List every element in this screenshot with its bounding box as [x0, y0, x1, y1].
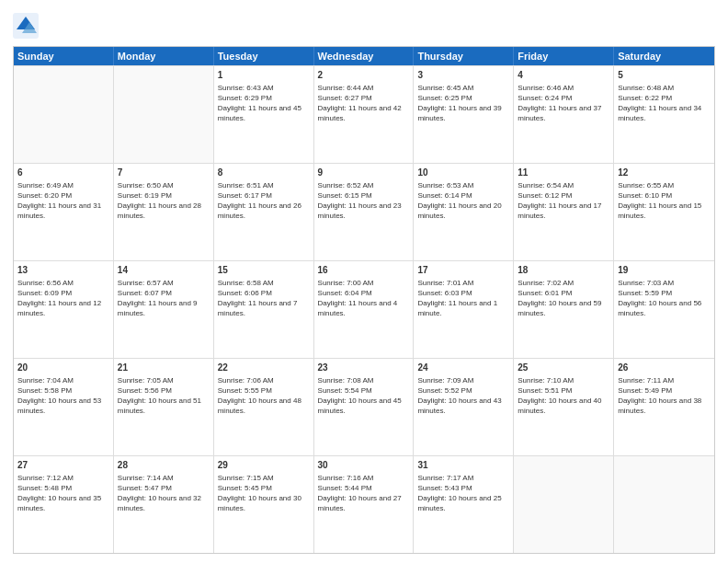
- day-number: 22: [218, 362, 310, 374]
- day-info: Sunrise: 7:09 AM Sunset: 5:52 PM Dayligh…: [417, 375, 509, 417]
- header: [13, 9, 715, 39]
- day-info: Sunrise: 7:12 AM Sunset: 5:48 PM Dayligh…: [17, 473, 109, 514]
- day-number: 27: [17, 459, 109, 472]
- day-info: Sunrise: 6:52 AM Sunset: 6:15 PM Dayligh…: [318, 180, 410, 222]
- cal-cell-17: 17Sunrise: 7:01 AM Sunset: 6:03 PM Dayli…: [414, 261, 514, 358]
- header-day-friday: Friday: [514, 47, 614, 65]
- day-info: Sunrise: 7:04 AM Sunset: 5:58 PM Dayligh…: [17, 375, 109, 417]
- day-number: 23: [318, 362, 410, 374]
- day-number: 14: [118, 264, 210, 277]
- day-number: 2: [318, 69, 410, 82]
- cal-cell-empty-0-0: [14, 66, 114, 163]
- cal-cell-28: 28Sunrise: 7:14 AM Sunset: 5:47 PM Dayli…: [114, 456, 214, 553]
- day-number: 8: [218, 167, 310, 179]
- cal-cell-18: 18Sunrise: 7:02 AM Sunset: 6:01 PM Dayli…: [514, 261, 614, 358]
- cal-cell-27: 27Sunrise: 7:12 AM Sunset: 5:48 PM Dayli…: [14, 456, 114, 553]
- day-info: Sunrise: 7:01 AM Sunset: 6:03 PM Dayligh…: [417, 278, 509, 319]
- cal-cell-14: 14Sunrise: 6:57 AM Sunset: 6:07 PM Dayli…: [114, 261, 214, 358]
- cal-cell-29: 29Sunrise: 7:15 AM Sunset: 5:45 PM Dayli…: [214, 456, 314, 553]
- cal-cell-20: 20Sunrise: 7:04 AM Sunset: 5:58 PM Dayli…: [14, 359, 114, 455]
- day-info: Sunrise: 7:17 AM Sunset: 5:43 PM Dayligh…: [417, 473, 509, 514]
- day-info: Sunrise: 7:15 AM Sunset: 5:45 PM Dayligh…: [218, 473, 310, 514]
- day-info: Sunrise: 6:51 AM Sunset: 6:17 PM Dayligh…: [218, 180, 310, 222]
- cal-cell-10: 10Sunrise: 6:53 AM Sunset: 6:14 PM Dayli…: [414, 164, 514, 260]
- day-info: Sunrise: 6:53 AM Sunset: 6:14 PM Dayligh…: [417, 180, 509, 222]
- cal-cell-25: 25Sunrise: 7:10 AM Sunset: 5:51 PM Dayli…: [514, 359, 614, 455]
- cal-cell-21: 21Sunrise: 7:05 AM Sunset: 5:56 PM Dayli…: [114, 359, 214, 455]
- day-number: 28: [118, 459, 210, 472]
- day-number: 5: [618, 69, 711, 82]
- day-number: 10: [417, 167, 509, 179]
- calendar-row-3: 20Sunrise: 7:04 AM Sunset: 5:58 PM Dayli…: [14, 358, 714, 455]
- calendar-body: 1Sunrise: 6:43 AM Sunset: 6:29 PM Daylig…: [14, 65, 714, 553]
- day-number: 9: [318, 167, 410, 179]
- calendar-row-4: 27Sunrise: 7:12 AM Sunset: 5:48 PM Dayli…: [14, 455, 714, 553]
- day-number: 16: [318, 264, 410, 277]
- cal-cell-empty-4-5: [514, 456, 614, 553]
- cal-cell-2: 2Sunrise: 6:44 AM Sunset: 6:27 PM Daylig…: [314, 66, 415, 163]
- calendar-header: SundayMondayTuesdayWednesdayThursdayFrid…: [14, 47, 714, 65]
- cal-cell-7: 7Sunrise: 6:50 AM Sunset: 6:19 PM Daylig…: [114, 164, 214, 260]
- day-info: Sunrise: 7:03 AM Sunset: 5:59 PM Dayligh…: [618, 278, 711, 319]
- day-number: 24: [417, 362, 509, 374]
- day-info: Sunrise: 6:48 AM Sunset: 6:22 PM Dayligh…: [618, 83, 711, 124]
- day-number: 7: [118, 167, 210, 179]
- cal-cell-23: 23Sunrise: 7:08 AM Sunset: 5:54 PM Dayli…: [314, 359, 415, 455]
- header-day-sunday: Sunday: [14, 47, 114, 65]
- cal-cell-4: 4Sunrise: 6:46 AM Sunset: 6:24 PM Daylig…: [514, 66, 614, 163]
- day-info: Sunrise: 6:45 AM Sunset: 6:25 PM Dayligh…: [417, 83, 509, 124]
- day-info: Sunrise: 7:05 AM Sunset: 5:56 PM Dayligh…: [118, 375, 210, 417]
- cal-cell-11: 11Sunrise: 6:54 AM Sunset: 6:12 PM Dayli…: [514, 164, 614, 260]
- calendar: SundayMondayTuesdayWednesdayThursdayFrid…: [13, 46, 715, 554]
- logo-icon: [13, 13, 39, 39]
- day-info: Sunrise: 6:58 AM Sunset: 6:06 PM Dayligh…: [218, 278, 310, 319]
- header-day-saturday: Saturday: [614, 47, 714, 65]
- day-info: Sunrise: 6:54 AM Sunset: 6:12 PM Dayligh…: [518, 180, 609, 222]
- day-info: Sunrise: 6:46 AM Sunset: 6:24 PM Dayligh…: [518, 83, 609, 124]
- logo: [13, 13, 42, 39]
- cal-cell-16: 16Sunrise: 7:00 AM Sunset: 6:04 PM Dayli…: [314, 261, 415, 358]
- day-number: 15: [218, 264, 310, 277]
- day-info: Sunrise: 7:16 AM Sunset: 5:44 PM Dayligh…: [318, 473, 410, 514]
- cal-cell-12: 12Sunrise: 6:55 AM Sunset: 6:10 PM Dayli…: [614, 164, 714, 260]
- header-day-thursday: Thursday: [414, 47, 514, 65]
- cal-cell-30: 30Sunrise: 7:16 AM Sunset: 5:44 PM Dayli…: [314, 456, 415, 553]
- cal-cell-3: 3Sunrise: 6:45 AM Sunset: 6:25 PM Daylig…: [414, 66, 514, 163]
- day-number: 26: [618, 362, 711, 374]
- cal-cell-empty-0-1: [114, 66, 214, 163]
- day-number: 29: [218, 459, 310, 472]
- day-info: Sunrise: 6:55 AM Sunset: 6:10 PM Dayligh…: [618, 180, 711, 222]
- day-info: Sunrise: 6:49 AM Sunset: 6:20 PM Dayligh…: [17, 180, 109, 222]
- day-number: 6: [17, 167, 109, 179]
- cal-cell-8: 8Sunrise: 6:51 AM Sunset: 6:17 PM Daylig…: [214, 164, 314, 260]
- cal-cell-31: 31Sunrise: 7:17 AM Sunset: 5:43 PM Dayli…: [414, 456, 514, 553]
- cal-cell-1: 1Sunrise: 6:43 AM Sunset: 6:29 PM Daylig…: [214, 66, 314, 163]
- day-info: Sunrise: 6:50 AM Sunset: 6:19 PM Dayligh…: [118, 180, 210, 222]
- day-number: 20: [17, 362, 109, 374]
- day-info: Sunrise: 7:14 AM Sunset: 5:47 PM Dayligh…: [118, 473, 210, 514]
- header-day-monday: Monday: [114, 47, 214, 65]
- day-info: Sunrise: 7:02 AM Sunset: 6:01 PM Dayligh…: [518, 278, 609, 319]
- day-number: 30: [318, 459, 410, 472]
- day-info: Sunrise: 7:00 AM Sunset: 6:04 PM Dayligh…: [318, 278, 410, 319]
- day-info: Sunrise: 6:56 AM Sunset: 6:09 PM Dayligh…: [17, 278, 109, 319]
- header-day-wednesday: Wednesday: [314, 47, 415, 65]
- day-number: 31: [417, 459, 509, 472]
- day-info: Sunrise: 6:44 AM Sunset: 6:27 PM Dayligh…: [318, 83, 410, 124]
- calendar-row-1: 6Sunrise: 6:49 AM Sunset: 6:20 PM Daylig…: [14, 163, 714, 260]
- cal-cell-22: 22Sunrise: 7:06 AM Sunset: 5:55 PM Dayli…: [214, 359, 314, 455]
- cal-cell-13: 13Sunrise: 6:56 AM Sunset: 6:09 PM Dayli…: [14, 261, 114, 358]
- day-info: Sunrise: 7:06 AM Sunset: 5:55 PM Dayligh…: [218, 375, 310, 417]
- cal-cell-26: 26Sunrise: 7:11 AM Sunset: 5:49 PM Dayli…: [614, 359, 714, 455]
- day-number: 12: [618, 167, 711, 179]
- day-number: 4: [518, 69, 609, 82]
- cal-cell-19: 19Sunrise: 7:03 AM Sunset: 5:59 PM Dayli…: [614, 261, 714, 358]
- cal-cell-5: 5Sunrise: 6:48 AM Sunset: 6:22 PM Daylig…: [614, 66, 714, 163]
- cal-cell-15: 15Sunrise: 6:58 AM Sunset: 6:06 PM Dayli…: [214, 261, 314, 358]
- header-day-tuesday: Tuesday: [214, 47, 314, 65]
- cal-cell-24: 24Sunrise: 7:09 AM Sunset: 5:52 PM Dayli…: [414, 359, 514, 455]
- page: SundayMondayTuesdayWednesdayThursdayFrid…: [0, 0, 728, 563]
- day-number: 18: [518, 264, 609, 277]
- day-number: 1: [218, 69, 310, 82]
- day-number: 25: [518, 362, 609, 374]
